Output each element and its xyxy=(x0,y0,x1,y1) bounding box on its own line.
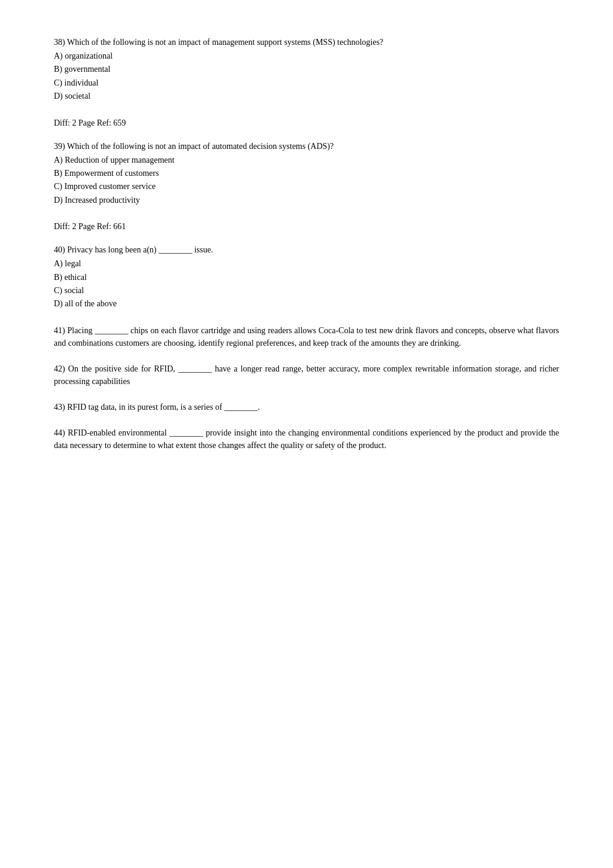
question-40: 40) Privacy has long been a(n) ________ … xyxy=(54,243,559,311)
q40-option-b: B) ethical xyxy=(54,271,559,284)
q39-option-c: C) Improved customer service xyxy=(54,180,559,193)
q40-number: 40) xyxy=(54,245,65,254)
question-39: 39) Which of the following is not an imp… xyxy=(54,140,559,208)
q40-text-c: social xyxy=(65,286,84,295)
q42-body: On the positive side for RFID, ________ … xyxy=(54,364,559,386)
q39-option-b: B) Empowerment of customers xyxy=(54,167,559,180)
question-38-text: 38) Which of the following is not an imp… xyxy=(54,36,559,48)
q44-number: 44) xyxy=(54,428,65,437)
q40-option-a: A) legal xyxy=(54,257,559,270)
q38-diff: Diff: 2 Page Ref: 659 xyxy=(54,117,559,129)
question-38: 38) Which of the following is not an imp… xyxy=(54,36,559,103)
q39-diff: Diff: 2 Page Ref: 661 xyxy=(54,220,559,233)
q40-label-b: B) xyxy=(54,273,62,282)
q38-option-d: D) societal xyxy=(54,90,559,103)
question-40-text: 40) Privacy has long been a(n) ________ … xyxy=(54,243,559,256)
q40-body: Privacy has long been a(n) ________ issu… xyxy=(67,245,213,254)
q39-option-d: D) Increased productivity xyxy=(54,194,559,207)
q39-label-d: D) xyxy=(54,196,63,205)
q38-label-d: D) xyxy=(54,92,63,100)
q38-label-b: B) xyxy=(54,65,62,74)
q40-label-a: A) xyxy=(54,259,63,268)
q40-option-d: D) all of the above xyxy=(54,297,559,310)
q40-text-a: legal xyxy=(65,259,81,268)
q39-number: 39) xyxy=(54,142,65,151)
q43-number: 43) xyxy=(54,403,65,412)
q39-label-b: B) xyxy=(54,169,62,178)
question-42-text: 42) On the positive side for RFID, _____… xyxy=(54,363,559,388)
q40-label-c: C) xyxy=(54,286,62,295)
q38-text-c: individual xyxy=(65,78,99,87)
q40-label-d: D) xyxy=(54,299,63,308)
question-44: 44) RFID-enabled environmental ________ … xyxy=(54,427,559,452)
question-42: 42) On the positive side for RFID, _____… xyxy=(54,363,559,388)
q38-label-c: C) xyxy=(54,78,62,87)
q41-body: Placing ________ chips on each flavor ca… xyxy=(54,326,559,348)
q38-body: Which of the following is not an impact … xyxy=(67,38,383,47)
question-43-text: 43) RFID tag data, in its purest form, i… xyxy=(54,401,559,413)
q38-text-b: governmental xyxy=(65,65,111,74)
question-41-text: 41) Placing ________ chips on each flavo… xyxy=(54,324,559,349)
q39-text-d: Increased productivity xyxy=(65,196,140,205)
q39-label-c: C) xyxy=(54,182,62,191)
q38-text-a: organizational xyxy=(65,51,113,60)
q38-option-b: B) governmental xyxy=(54,63,559,76)
question-39-text: 39) Which of the following is not an imp… xyxy=(54,140,559,153)
page: 38) Which of the following is not an imp… xyxy=(0,0,613,868)
q38-number: 38) xyxy=(54,38,65,47)
q39-text-a: Reduction of upper management xyxy=(65,156,174,165)
q44-body: RFID-enabled environmental ________ prov… xyxy=(54,428,559,450)
q39-text-c: Improved customer service xyxy=(65,182,156,191)
q39-body: Which of the following is not an impact … xyxy=(67,142,334,151)
q40-text-d: all of the above xyxy=(65,299,117,308)
q39-text-b: Empowerment of customers xyxy=(65,169,159,178)
q40-text-b: ethical xyxy=(65,273,87,282)
q40-option-c: C) social xyxy=(54,284,559,297)
q38-label-a: A) xyxy=(54,51,63,60)
q39-option-a: A) Reduction of upper management xyxy=(54,154,559,167)
question-43: 43) RFID tag data, in its purest form, i… xyxy=(54,401,559,413)
q43-body: RFID tag data, in its purest form, is a … xyxy=(67,403,260,412)
q38-option-a: A) organizational xyxy=(54,50,559,63)
q39-label-a: A) xyxy=(54,156,63,165)
question-41: 41) Placing ________ chips on each flavo… xyxy=(54,324,559,349)
q41-number: 41) xyxy=(54,326,65,335)
question-44-text: 44) RFID-enabled environmental ________ … xyxy=(54,427,559,452)
q38-option-c: C) individual xyxy=(54,77,559,90)
q38-text-d: societal xyxy=(65,92,90,100)
q42-number: 42) xyxy=(54,364,65,373)
